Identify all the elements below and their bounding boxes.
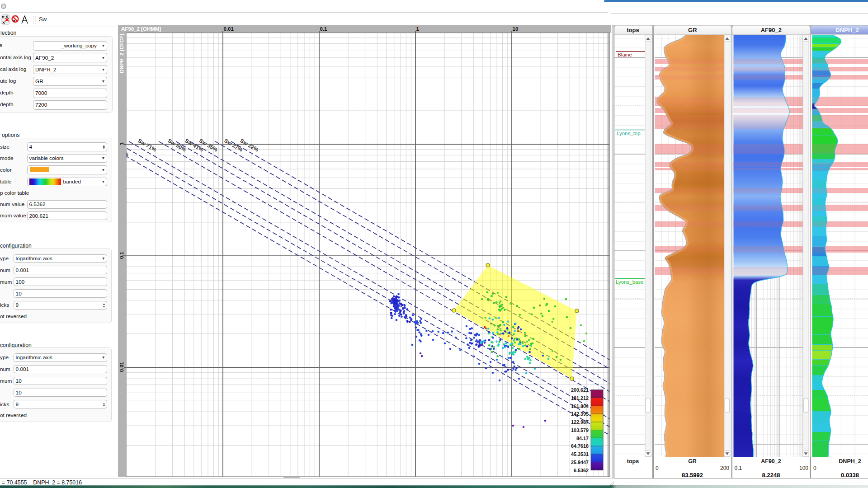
svg-text:Sw: Sw [39, 16, 47, 23]
svg-text:AF90_2: AF90_2 [761, 27, 782, 33]
svg-text:0: 0 [656, 465, 659, 471]
svg-text:0: 0 [813, 465, 816, 471]
svg-text:tops: tops [627, 458, 639, 465]
svg-text:100: 100 [799, 465, 808, 471]
svg-text:GR: GR [688, 458, 697, 465]
svg-text:tops: tops [627, 27, 639, 33]
svg-text:200: 200 [720, 465, 729, 471]
svg-text:0.1: 0.1 [735, 465, 742, 471]
svg-text:AF90_2: AF90_2 [761, 458, 781, 465]
svg-text:83.5992: 83.5992 [682, 472, 703, 479]
svg-text:Lyons_top: Lyons_top [617, 131, 641, 136]
svg-text:Blaine: Blaine [618, 52, 632, 57]
svg-text:DNPH_2: DNPH_2 [835, 27, 859, 33]
svg-text:0.0338: 0.0338 [841, 472, 859, 479]
svg-text:DNPH_2: DNPH_2 [839, 458, 861, 465]
svg-text:8.2248: 8.2248 [762, 472, 780, 479]
svg-text:Lyons_base: Lyons_base [616, 279, 644, 285]
svg-text:GR: GR [688, 27, 697, 33]
